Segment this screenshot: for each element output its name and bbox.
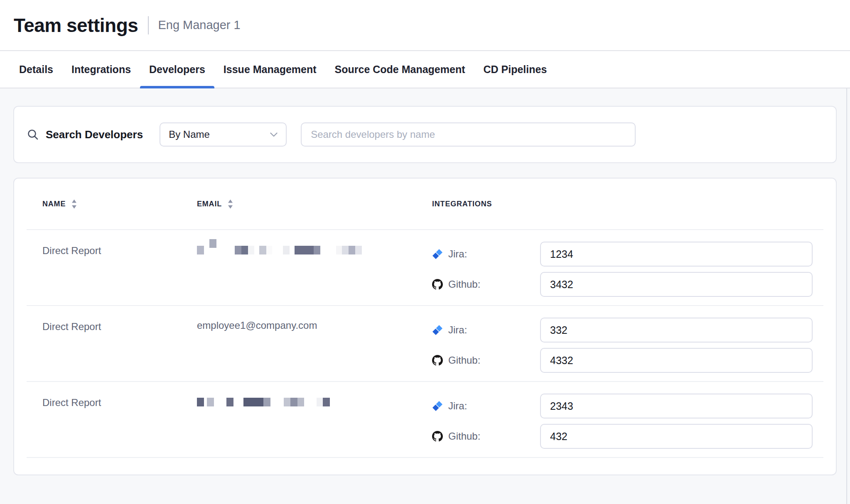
title-separator	[148, 16, 149, 34]
developer-email-redacted	[197, 242, 432, 254]
jira-icon	[432, 401, 443, 411]
page-title: Team settings	[14, 14, 138, 37]
integrations-cell: Jira: Github:	[432, 318, 823, 373]
column-label-name: NAME	[42, 200, 66, 208]
developer-name: Direct Report	[42, 318, 197, 333]
github-id-input[interactable]	[540, 348, 813, 373]
jira-label: Jira:	[448, 324, 467, 336]
integrations-cell: Jira: Github:	[432, 242, 823, 297]
table-row: Direct Report employee1@company.com Jira…	[27, 305, 823, 381]
tab-issue-management[interactable]: Issue Management	[214, 51, 326, 88]
github-label: Github:	[448, 431, 480, 442]
tab-source-code-management[interactable]: Source Code Management	[326, 51, 474, 88]
page-subtitle: Eng Manager 1	[158, 18, 240, 32]
jira-id-input[interactable]	[540, 318, 813, 343]
tab-cd-pipelines[interactable]: CD Pipelines	[474, 51, 556, 88]
github-id-input[interactable]	[540, 272, 813, 297]
search-developers-label: Search Developers	[46, 128, 143, 141]
table-footer-spacer	[27, 457, 823, 475]
jira-field-row: Jira:	[432, 394, 813, 418]
developer-name: Direct Report	[42, 394, 197, 409]
jira-icon	[432, 325, 443, 335]
integrations-cell: Jira: Github:	[432, 394, 823, 449]
jira-label-group: Jira:	[432, 400, 540, 412]
page-header: Team settings Eng Manager 1	[0, 0, 850, 51]
developer-name: Direct Report	[42, 242, 197, 257]
jira-label-group: Jira:	[432, 324, 540, 336]
sort-name-icon[interactable]	[71, 199, 77, 209]
github-label: Github:	[448, 279, 480, 290]
column-header-email: EMAIL	[197, 199, 432, 209]
table-header-row: NAME EMAIL INTEGRATIONS	[27, 179, 823, 229]
jira-field-row: Jira:	[432, 318, 813, 343]
chevron-down-icon	[270, 132, 278, 137]
tabs-bar: Details Integrations Developers Issue Ma…	[0, 51, 850, 88]
jira-icon	[432, 249, 443, 259]
developer-email: employee1@company.com	[197, 318, 432, 330]
search-filter-select[interactable]: By Name	[160, 122, 287, 147]
sort-email-icon[interactable]	[228, 199, 233, 209]
main-content: Search Developers By Name NAME	[0, 106, 850, 475]
table-row: Direct Report Jira:	[27, 381, 823, 457]
jira-label: Jira:	[448, 248, 467, 260]
jira-id-input[interactable]	[540, 394, 813, 418]
github-label-group: Github:	[432, 279, 540, 290]
scroll-gutter[interactable]	[846, 88, 848, 504]
jira-id-input[interactable]	[540, 242, 813, 267]
column-header-name: NAME	[42, 199, 197, 209]
jira-field-row: Jira:	[432, 242, 813, 267]
developer-email-redacted	[197, 394, 432, 406]
column-header-integrations: INTEGRATIONS	[432, 200, 823, 208]
github-field-row: Github:	[432, 348, 813, 373]
jira-label: Jira:	[448, 400, 467, 412]
github-id-input[interactable]	[540, 424, 813, 449]
table-row: Direct Report Jira:	[27, 229, 823, 305]
tab-details[interactable]: Details	[10, 51, 62, 88]
developers-table: NAME EMAIL INTEGRATIONS	[13, 178, 837, 475]
tab-integrations[interactable]: Integrations	[62, 51, 140, 88]
column-label-integrations: INTEGRATIONS	[432, 200, 492, 208]
github-label-group: Github:	[432, 355, 540, 366]
github-field-row: Github:	[432, 272, 813, 297]
search-developers-panel: Search Developers By Name	[13, 106, 837, 163]
github-icon	[432, 431, 443, 442]
github-icon	[432, 355, 443, 366]
github-icon	[432, 279, 443, 290]
github-label: Github:	[448, 355, 480, 366]
search-icon	[27, 128, 39, 141]
jira-label-group: Jira:	[432, 248, 540, 260]
tab-developers[interactable]: Developers	[140, 51, 214, 88]
search-filter-value: By Name	[169, 129, 210, 140]
column-label-email: EMAIL	[197, 200, 222, 208]
github-field-row: Github:	[432, 424, 813, 449]
github-label-group: Github:	[432, 431, 540, 442]
search-input[interactable]	[301, 122, 636, 147]
